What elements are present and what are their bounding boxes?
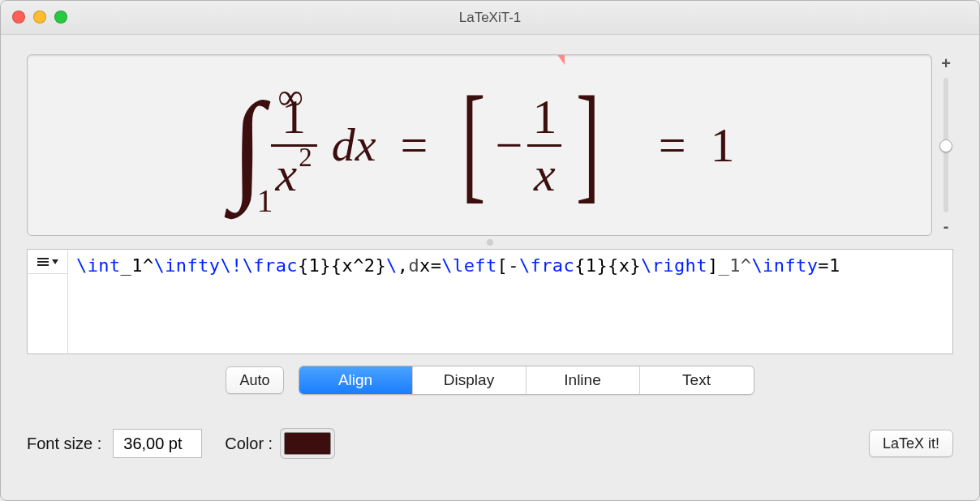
source-token: [-: [497, 255, 519, 276]
fontsize-label: Font size :: [27, 435, 101, 453]
fontsize-field[interactable]: 36,00 pt: [113, 429, 202, 458]
auto-button[interactable]: Auto: [226, 366, 283, 394]
window-title: LaTeXiT-1: [459, 10, 522, 26]
footer-row: Font size : 36,00 pt Color : LaTeX it!: [27, 429, 953, 458]
mode-inline[interactable]: Inline: [527, 366, 640, 394]
fraction-2-den: x: [529, 147, 561, 202]
app-window: LaTeXiT-1 ∫ 1 ∞ 1 x2: [0, 0, 980, 501]
source-token: \infty: [751, 255, 818, 276]
fraction-1-den: x2: [271, 147, 317, 202]
latexit-button[interactable]: LaTeX it!: [869, 430, 953, 457]
source-token: x=: [419, 255, 441, 276]
window-body: ∫ 1 ∞ 1 x2 dx =: [1, 35, 979, 500]
splitter-handle[interactable]: [27, 236, 953, 249]
source-token: ,: [398, 255, 409, 276]
left-bracket: [: [462, 77, 485, 207]
source-token: =1: [818, 255, 840, 276]
zoom-slider: + -: [937, 54, 953, 236]
equation-preview[interactable]: ∫ 1 ∞ 1 x2 dx =: [27, 54, 932, 236]
latex-source-input[interactable]: \int_1^\infty\!\frac{1}{x^2}\,dx=\left[-…: [68, 250, 952, 353]
bracket-group: [ − 1 x ] ∞ 1: [452, 80, 609, 210]
source-token: ]: [707, 255, 719, 276]
titlebar: LaTeXiT-1: [1, 1, 979, 35]
mode-row: Auto AlignDisplayInlineText: [27, 366, 953, 395]
color-label: Color :: [225, 435, 273, 453]
zoom-thumb[interactable]: [939, 139, 952, 152]
chevron-down-icon: [52, 259, 58, 264]
source-token: \int: [76, 255, 121, 276]
integral-sign: ∫ 1 ∞: [230, 84, 264, 206]
mode-segmented: AlignDisplayInlineText: [299, 366, 754, 395]
result: 1: [711, 121, 735, 169]
fraction-2: 1 x: [527, 89, 561, 202]
zoom-icon[interactable]: [54, 11, 67, 24]
mode-display[interactable]: Display: [413, 366, 527, 394]
list-icon: [37, 258, 49, 266]
source-token: \infty\!\frac: [154, 255, 298, 276]
color-well[interactable]: [284, 432, 331, 455]
source-token: \right: [641, 255, 707, 276]
preview-row: ∫ 1 ∞ 1 x2 dx =: [27, 54, 953, 236]
differential: dx: [332, 122, 376, 169]
mode-text[interactable]: Text: [640, 366, 754, 394]
fraction-2-num: 1: [527, 89, 561, 144]
templates-menu-button[interactable]: [28, 250, 67, 274]
source-token: \frac: [519, 255, 574, 276]
minus-sign: −: [496, 121, 523, 169]
zoom-out-icon[interactable]: -: [943, 217, 949, 236]
source-token: _1^: [719, 255, 752, 276]
source-token: {1}{x}: [574, 255, 641, 276]
integral-upper: ∞: [277, 79, 303, 115]
rendered-formula: ∫ 1 ∞ 1 x2 dx =: [224, 80, 734, 210]
minimize-icon[interactable]: [33, 11, 46, 24]
equals-2: =: [659, 121, 686, 169]
source-token: {1}{x^2}: [298, 255, 386, 276]
window-controls: [12, 11, 67, 24]
zoom-track[interactable]: [943, 78, 948, 212]
source-gutter: [28, 250, 68, 353]
zoom-in-icon[interactable]: +: [941, 54, 951, 73]
source-token: d: [408, 255, 419, 276]
integral-lower: 1: [256, 185, 273, 217]
source-token: _1^: [121, 255, 154, 276]
source-token: \: [386, 255, 398, 276]
right-bracket: ]: [576, 77, 600, 207]
equals-1: =: [400, 121, 428, 169]
baseline-marker-icon[interactable]: [557, 54, 565, 76]
source-token: \left: [441, 255, 496, 276]
close-icon[interactable]: [12, 11, 25, 24]
source-area: \int_1^\infty\!\frac{1}{x^2}\,dx=\left[-…: [27, 249, 953, 354]
eval-upper: ∞: [616, 54, 639, 56]
eval-lower: 1: [617, 234, 633, 236]
mode-align[interactable]: Align: [299, 366, 413, 394]
